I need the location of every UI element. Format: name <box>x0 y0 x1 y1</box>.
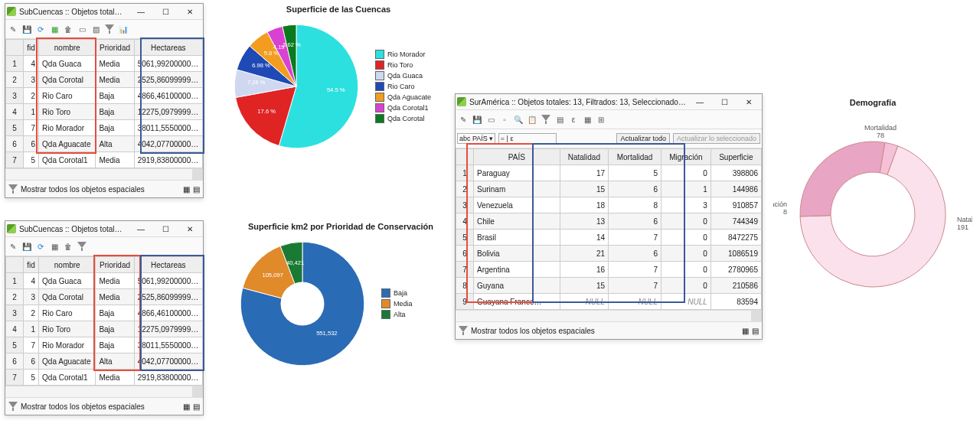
cell-pais[interactable]: Guayana France… <box>474 294 560 310</box>
form-icon[interactable]: ▤ <box>554 113 566 125</box>
cell-pais[interactable]: Paraguay <box>474 165 560 181</box>
cell-prioridad[interactable]: Media <box>96 72 134 88</box>
cell[interactable]: 0 <box>662 213 711 230</box>
cell[interactable]: 7 <box>609 262 662 278</box>
cell[interactable]: 21 <box>560 246 608 262</box>
cell-prioridad[interactable]: Media <box>96 56 134 72</box>
cell-nombre[interactable]: Rio Toro <box>39 104 96 120</box>
select-icon[interactable]: ▭ <box>485 113 497 125</box>
calc-icon[interactable]: ε <box>567 113 580 125</box>
table-row[interactable]: 2 3 Qda Corotal Media 2525,86099999… <box>6 289 203 305</box>
cell-prioridad[interactable]: Alta <box>96 353 134 370</box>
status-text[interactable]: Mostrar todos los objetos espaciales <box>471 327 595 335</box>
update-selected-button[interactable]: Actualizar lo seleccionado <box>673 133 760 144</box>
cell-prioridad[interactable]: Baja <box>96 88 134 104</box>
cell-superficie[interactable]: 398806 <box>710 165 761 181</box>
cell[interactable]: 3 <box>662 197 711 213</box>
cell-prioridad[interactable]: Baja <box>96 305 134 321</box>
cell-fid[interactable]: 5 <box>24 152 39 168</box>
cell[interactable]: 6 <box>609 246 662 262</box>
close-button[interactable]: ✕ <box>737 95 760 109</box>
funnel-icon[interactable] <box>8 402 18 411</box>
cell-nombre[interactable]: Rio Caro <box>39 88 96 104</box>
cell-fid[interactable]: 7 <box>24 337 39 353</box>
cell-fid[interactable]: 5 <box>24 370 39 386</box>
cell-prioridad[interactable]: Baja <box>96 321 134 337</box>
table-row[interactable]: 7 5 Qda Corotal1 Media 2919,83800000… <box>6 370 203 386</box>
table-row[interactable]: 3 Venezuela 1883 910857 <box>456 197 762 213</box>
cell-fid[interactable]: 1 <box>24 321 39 337</box>
cell-hectareas[interactable]: 4042,07700000… <box>134 353 202 370</box>
cell-superficie[interactable]: 144986 <box>710 181 761 197</box>
table-row[interactable]: 4 1 Rio Toro Baja 12275,0979999… <box>6 321 203 337</box>
table-row[interactable]: 6 6 Qda Aguacate Alta 4042,07700000… <box>6 353 203 370</box>
cell-pais[interactable]: Brasil <box>474 230 560 246</box>
table-row[interactable]: 5 7 Rio Morador Baja 38011,5550000… <box>6 337 203 353</box>
cell[interactable]: 15 <box>560 278 608 294</box>
cell-fid[interactable]: 6 <box>24 353 39 370</box>
cell-hectareas[interactable]: 4866,46100000… <box>134 88 202 104</box>
filter-icon[interactable] <box>103 23 116 35</box>
cell-nombre[interactable]: Qda Corotal1 <box>39 152 96 168</box>
cell-fid[interactable]: 1 <box>24 104 39 120</box>
cell-pais[interactable]: Venezuela <box>474 197 560 213</box>
cell-superficie[interactable]: 910857 <box>710 197 761 213</box>
col-hectareas[interactable]: Hectareas <box>134 257 202 273</box>
cell-pais[interactable]: Surinam <box>474 181 560 197</box>
cell-pais[interactable]: Argentina <box>474 262 560 278</box>
cell-nombre[interactable]: Qda Corotal <box>39 289 96 305</box>
table-row[interactable]: 6 6 Qda Aguacate Alta 4042,07700000… <box>6 136 203 152</box>
col-prioridad[interactable]: Prioridad <box>96 257 134 273</box>
col-hectareas[interactable]: Hectareas <box>134 40 202 56</box>
cell[interactable]: 17 <box>560 165 608 181</box>
cell-prioridad[interactable]: Media <box>96 370 134 386</box>
col-superficie[interactable]: Superficie <box>710 149 761 165</box>
cell[interactable]: NULL <box>662 294 711 310</box>
cell[interactable]: 0 <box>662 262 711 278</box>
cell-hectareas[interactable]: 12275,0979999… <box>134 104 202 120</box>
cell[interactable]: 5 <box>609 165 662 181</box>
titlebar[interactable]: SubCuencas :: Objetos total… — ☐ ✕ <box>5 221 203 237</box>
cell-superficie[interactable]: 210586 <box>710 278 761 294</box>
close-button[interactable]: ✕ <box>178 5 201 18</box>
cell-hectareas[interactable]: 38011,5550000… <box>134 120 202 136</box>
cell-nombre[interactable]: Qda Guaca <box>39 56 96 72</box>
table-row[interactable]: 7 5 Qda Corotal1 Media 2919,83800000… <box>6 152 203 168</box>
table-row[interactable]: 3 2 Rio Caro Baja 4866,46100000… <box>6 88 203 104</box>
cell-hectareas[interactable]: 38011,5550000… <box>134 337 202 353</box>
table-view-icon[interactable]: ▦ <box>183 185 190 194</box>
funnel-icon[interactable] <box>459 326 468 335</box>
cell[interactable]: 0 <box>662 165 711 181</box>
maximize-button[interactable]: ☐ <box>713 95 736 109</box>
scrollbar[interactable] <box>192 386 203 397</box>
cell-prioridad[interactable]: Baja <box>96 104 134 120</box>
status-text[interactable]: Mostrar todos los objetos espaciales <box>21 185 145 194</box>
deselect-icon[interactable]: ▫ <box>498 113 511 125</box>
cell[interactable]: 6 <box>609 181 662 197</box>
form-view-icon[interactable]: ▤ <box>193 185 200 194</box>
cell-pais[interactable]: Guyana <box>474 278 560 294</box>
cell[interactable]: 1 <box>662 181 711 197</box>
add-icon[interactable]: ▦ <box>48 240 60 252</box>
cell[interactable]: 0 <box>662 278 711 294</box>
col-prioridad[interactable]: Prioridad <box>96 40 134 56</box>
close-button[interactable]: ✕ <box>178 222 201 236</box>
zoom-icon[interactable]: 🔍 <box>512 113 524 125</box>
edit-icon[interactable]: ✎ <box>7 240 19 252</box>
form-view-icon[interactable]: ▤ <box>752 327 759 335</box>
cell-hectareas[interactable]: 2919,83800000… <box>134 370 202 386</box>
cell-fid[interactable]: 3 <box>24 72 39 88</box>
edit-icon[interactable]: ✎ <box>457 113 469 125</box>
funnel-icon[interactable] <box>8 184 18 194</box>
cell-pais[interactable]: Chile <box>474 213 560 230</box>
delete-icon[interactable]: 🗑 <box>62 23 74 35</box>
cell-prioridad[interactable]: Baja <box>96 120 134 136</box>
cell-nombre[interactable]: Qda Aguacate <box>39 136 96 152</box>
cell-prioridad[interactable]: Media <box>96 152 134 168</box>
table-row[interactable]: 5 7 Rio Morador Baja 38011,5550000… <box>6 120 203 136</box>
cell[interactable]: 14 <box>560 230 608 246</box>
cell-superficie[interactable]: 1086519 <box>710 246 761 262</box>
cell-nombre[interactable]: Qda Guaca <box>39 273 96 289</box>
cell[interactable]: 7 <box>609 230 662 246</box>
cell[interactable]: 15 <box>560 181 608 197</box>
